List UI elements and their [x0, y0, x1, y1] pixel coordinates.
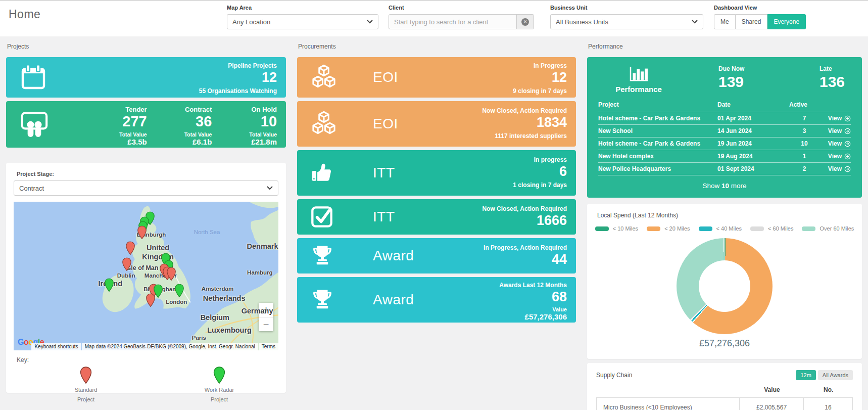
row-category: Micro Business (<10 Employees): [597, 398, 740, 410]
chevron-down-icon: [692, 20, 698, 24]
view-arrow-icon: [844, 115, 851, 122]
donut-total-value: £57,276,306: [699, 338, 750, 349]
zoom-in-button[interactable]: [259, 303, 273, 317]
dashboard-view-label: Dashboard View: [714, 5, 806, 11]
legend-swatch: [595, 226, 609, 231]
card-subtext: 1 closing in 7 days: [513, 181, 567, 189]
row-count: 16: [804, 398, 852, 410]
view-link[interactable]: View: [819, 115, 851, 122]
map-key-label: Key:: [17, 356, 278, 363]
card-status: In Progress, Action Required: [484, 244, 567, 251]
card-sub-value: £57,276,306: [499, 312, 567, 321]
zoom-out-button[interactable]: [259, 317, 273, 331]
card-status: In progress: [513, 156, 567, 163]
view-arrow-icon: [844, 128, 851, 134]
donut-chart[interactable]: [677, 238, 773, 334]
performance-table-row: New School14 Jun 20243View: [598, 124, 851, 137]
terms-link[interactable]: Terms: [259, 343, 278, 350]
view-arrow-icon: [844, 166, 851, 172]
project-status-card[interactable]: Tender 277 Total Value £3.5b Contract 36…: [6, 101, 286, 148]
work-radar-map-pin[interactable]: [174, 284, 184, 297]
card-title: Award: [373, 292, 414, 308]
supply-chain-row: Micro Business (<10 Employees)£2,005,567…: [597, 398, 852, 410]
local-spend-panel: Local Spend (Last 12 Months) < 10 Miles<…: [587, 204, 862, 359]
eoi-in-progress-card[interactable]: EOI In Progress 12 9 closing in 7 days: [297, 57, 576, 98]
business-unit-select[interactable]: All Business Units: [550, 14, 703, 29]
project-stage-label: Project Stage:: [17, 171, 278, 177]
card-value: 12: [513, 69, 567, 85]
project-stage-select[interactable]: Contract: [14, 180, 278, 196]
card-status: Now Closed, Action Required: [482, 205, 567, 212]
card-status: In Progress: [513, 62, 567, 69]
legend-swatch: [750, 226, 764, 231]
clear-icon: [521, 18, 529, 26]
show-more-button[interactable]: Show 10 more: [598, 175, 851, 190]
trophy-icon: [310, 288, 334, 312]
card-status: Now Closed, Action Required: [482, 107, 567, 114]
supply-chain-panel: Supply Chain 12m All Awards Value No. Mi…: [587, 363, 862, 410]
row-active-count: 10: [789, 140, 819, 147]
work-radar-map-pin[interactable]: [104, 279, 114, 292]
eoi-closed-card[interactable]: EOI Now Closed, Action Required 1834 111…: [297, 101, 576, 147]
standard-pin-icon: [58, 367, 114, 384]
supply-chain-table-body: Micro Business (<10 Employees)£2,005,567…: [597, 398, 852, 410]
performance-table-row: Hotel scheme - Car Park & Gardens01 Apr …: [598, 112, 851, 124]
card-title: Award: [373, 248, 414, 264]
row-project: New School: [598, 127, 717, 134]
standard-map-pin[interactable]: [122, 257, 132, 271]
award-last-12-months-card[interactable]: Award Awards Last 12 Months 68 Value £57…: [297, 277, 576, 323]
filter-map-area: Map Area Any Location: [227, 5, 378, 29]
card-title: EOI: [373, 116, 398, 132]
trophy-icon: [310, 244, 334, 268]
standard-map-pin[interactable]: [125, 241, 135, 255]
row-active-count: 7: [789, 115, 819, 122]
legend-item: Over 60 Miles: [802, 225, 854, 232]
toggle-all-awards-button[interactable]: All Awards: [818, 370, 853, 380]
row-date: 01 Apr 2024: [717, 115, 789, 122]
view-link[interactable]: View: [819, 165, 851, 172]
supply-chain-table: Micro Business (<10 Employees)£2,005,567…: [596, 397, 853, 410]
row-date: 19 Jun 2024: [717, 140, 789, 147]
legend-swatch: [699, 226, 712, 231]
clear-client-button[interactable]: [516, 15, 534, 29]
view-shared-button[interactable]: Shared: [736, 14, 768, 29]
view-link[interactable]: View: [819, 127, 851, 134]
client-search-input[interactable]: [389, 15, 516, 29]
performance-section-label: Performance: [588, 43, 862, 50]
view-link[interactable]: View: [819, 153, 851, 160]
performance-table-row: New Hotel complex19 Aug 20241View: [598, 150, 851, 162]
row-value: £2,005,567: [740, 398, 804, 410]
row-date: 19 Aug 2024: [717, 153, 789, 160]
map-attribution: Keyboard shortcuts Map data ©2024 GeoBas…: [31, 343, 278, 350]
card-title: ITT: [373, 209, 395, 225]
card-subtext: 1117 interested suppliers: [482, 132, 567, 140]
legend-swatch: [647, 226, 660, 231]
card-subtext: 9 closing in 7 days: [513, 87, 567, 95]
projects-section-label: Projects: [7, 43, 286, 50]
filter-dashboard-view: Dashboard View Me Shared Everyone: [714, 5, 806, 29]
view-link[interactable]: View: [819, 140, 851, 147]
map-panel: Project Stage: Contract: [6, 163, 286, 393]
map-key: Standard Project Work Radar Project: [14, 363, 278, 407]
tender-stat: Tender 277 Total Value £3.5b: [82, 106, 147, 146]
row-date: 14 Jun 2024: [717, 127, 789, 134]
itt-closed-card[interactable]: ITT Now Closed, Action Required 1666: [297, 199, 576, 235]
performance-table-header: Project Date Active: [598, 101, 851, 112]
keyboard-shortcuts-button[interactable]: Keyboard shortcuts: [31, 343, 81, 350]
people-presentation-icon: [19, 111, 50, 138]
standard-map-pin[interactable]: [137, 225, 147, 239]
pipeline-projects-card[interactable]: Pipeline Projects 12 55 Organisations Wa…: [6, 57, 286, 98]
standard-map-pin[interactable]: [166, 267, 176, 281]
map-area-select[interactable]: Any Location: [227, 14, 378, 29]
business-unit-label: Business Unit: [550, 5, 703, 11]
itt-in-progress-card[interactable]: ITT In progress 6 1 closing in 7 days: [297, 150, 576, 196]
supply-chain-table-header: Value No.: [596, 386, 853, 393]
toggle-12m-button[interactable]: 12m: [796, 370, 815, 380]
view-me-button[interactable]: Me: [714, 14, 736, 29]
map-canvas[interactable]: Google Keyboard shortcuts Map data ©2024…: [14, 202, 278, 350]
standard-map-pin[interactable]: [146, 293, 156, 307]
performance-table-row: New Police Headquarters01 Sept 20242View: [598, 162, 851, 175]
award-in-progress-card[interactable]: Award In Progress, Action Required 44: [297, 238, 576, 274]
view-everyone-button[interactable]: Everyone: [767, 14, 806, 29]
map-area-value: Any Location: [232, 18, 270, 26]
